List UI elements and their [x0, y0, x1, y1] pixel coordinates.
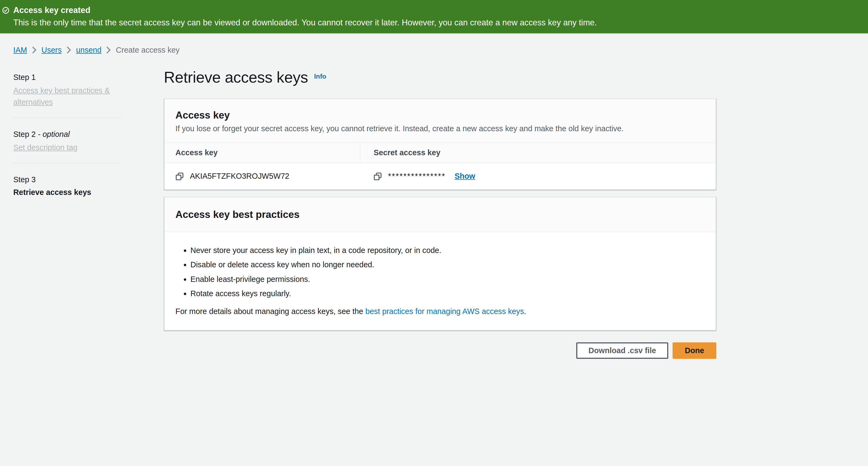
- copy-icon: [176, 172, 184, 181]
- best-practices-card-title: Access key best practices: [176, 208, 705, 221]
- breadcrumb-user-unsend[interactable]: unsend: [76, 45, 101, 55]
- show-secret-key-link[interactable]: Show: [455, 172, 475, 181]
- iam-create-access-key-page: Access key created This is the only time…: [0, 0, 868, 466]
- flashbar-title: Access key created: [13, 4, 90, 16]
- best-practice-item: Enable least-privilege permissions.: [190, 274, 705, 285]
- chevron-right-icon: [32, 47, 36, 54]
- wizard-actions: Download .csv file Done: [164, 342, 716, 359]
- access-key-card: Access key If you lose or forget your se…: [164, 98, 716, 190]
- best-practice-item: Rotate access keys regularly.: [190, 288, 705, 299]
- wizard-step-3: Step 3 Retrieve access keys: [13, 175, 122, 198]
- breadcrumb: IAM Users unsend Create access key: [13, 33, 855, 55]
- copy-icon: [374, 172, 382, 181]
- wizard-steps-nav: Step 1 Access key best practices & alter…: [13, 68, 151, 359]
- step-3-current-label: Retrieve access keys: [13, 187, 122, 198]
- best-practices-list: Never store your access key in plain tex…: [176, 245, 705, 299]
- secret-access-key-masked: ***************: [388, 170, 446, 182]
- key-table-row: AKIA5FTZFKO3ROJW5W72 *************** Sho…: [164, 163, 716, 189]
- best-practices-link[interactable]: best practices for managing AWS access k…: [366, 307, 524, 316]
- step-2-optional-label: - optional: [38, 130, 70, 138]
- key-table-header: Access key Secret access key: [164, 142, 716, 163]
- info-link[interactable]: Info: [314, 73, 326, 80]
- step-1-link[interactable]: Access key best practices & alternatives: [13, 86, 110, 106]
- best-practices-card-header: Access key best practices: [164, 197, 716, 232]
- access-key-card-header: Access key If you lose or forget your se…: [164, 99, 716, 142]
- best-practices-card-body: Never store your access key in plain tex…: [164, 232, 716, 330]
- access-key-column-header: Access key: [176, 148, 218, 157]
- breadcrumb-users[interactable]: Users: [41, 45, 62, 55]
- best-practice-item: Disable or delete access key when no lon…: [190, 259, 705, 270]
- chevron-right-icon: [67, 47, 71, 54]
- copy-access-key-button[interactable]: [176, 172, 184, 181]
- best-practice-item: Never store your access key in plain tex…: [190, 245, 705, 256]
- flashbar-message: This is the only time that the secret ac…: [13, 17, 859, 28]
- wizard-step-1: Step 1 Access key best practices & alter…: [13, 72, 122, 108]
- step-1-kicker: Step 1: [13, 72, 122, 83]
- success-flashbar: Access key created This is the only time…: [0, 0, 868, 33]
- download-csv-button[interactable]: Download .csv file: [576, 342, 668, 359]
- access-key-card-description: If you lose or forget your secret access…: [176, 123, 705, 134]
- page-title: Retrieve access keys: [164, 68, 308, 87]
- wizard-step-2: Step 2 - optional Set description tag: [13, 129, 122, 153]
- access-key-card-title: Access key: [176, 108, 705, 122]
- breadcrumb-current: Create access key: [116, 45, 180, 55]
- step-2-link[interactable]: Set description tag: [13, 143, 78, 152]
- step-2-kicker: Step 2 - optional: [13, 129, 122, 139]
- main-content: Retrieve access keys Info Access key If …: [164, 68, 716, 359]
- best-practices-card: Access key best practices Never store yo…: [164, 197, 716, 331]
- chevron-right-icon: [106, 47, 111, 54]
- copy-secret-key-button[interactable]: [374, 172, 382, 181]
- step-divider: [13, 163, 122, 163]
- step-3-kicker: Step 3: [13, 175, 122, 185]
- done-button[interactable]: Done: [673, 342, 716, 359]
- best-practices-footer: For more details about managing access k…: [176, 306, 705, 317]
- access-key-value: AKIA5FTZFKO3ROJW5W72: [190, 170, 289, 182]
- check-circle-icon: [2, 7, 9, 14]
- step-divider: [13, 118, 122, 118]
- secret-key-column-header: Secret access key: [374, 148, 440, 157]
- breadcrumb-iam[interactable]: IAM: [13, 45, 27, 55]
